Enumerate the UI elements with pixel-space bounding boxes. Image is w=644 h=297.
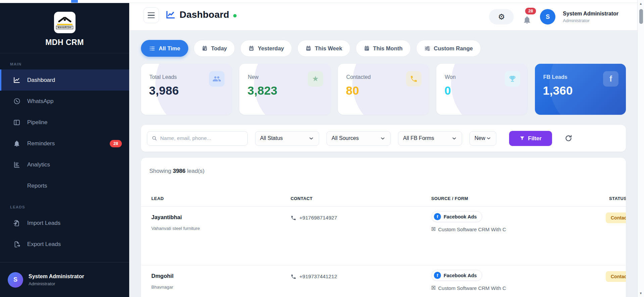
sidebar-item-import-leads[interactable]: Import Leads [0,212,129,234]
table-row[interactable]: Jayantibhai Vahanvati steel furniture +9… [141,207,626,265]
tab-all-time[interactable]: All Time [141,40,188,57]
reminders-count-badge: 28 [110,140,122,147]
scroll-down-arrow-icon[interactable]: ▼ [638,292,644,295]
refresh-button[interactable] [563,133,574,143]
tab-yesterday[interactable]: Yesterday [240,40,292,57]
stat-card-fb-leads[interactable]: FB Leads 1,360 f [535,64,626,115]
quick-status-select[interactable]: New [469,131,496,146]
sidebar-item-dashboard[interactable]: Dashboard [0,69,129,91]
app-logo: MAHARISHI [54,12,76,33]
form-glyph-icon: ☒ [431,285,436,291]
leads-table-card: Showing 3986 lead(s) LEAD CONTACT SOURCE… [141,158,626,297]
columns-icon [13,118,21,127]
form-name: Custom Software CRM With C [438,227,506,232]
bell-icon [13,140,21,148]
stat-card-new[interactable]: New 3,823 ★ [239,64,330,115]
date-filter-tabs: All Time Today Yesterday This Week [141,40,481,57]
column-header-source: SOURCE / FORM [431,196,468,201]
search-input[interactable] [160,135,243,141]
users-icon [209,71,225,87]
calendar-icon [248,45,254,51]
tab-custom-range[interactable]: Custom Range [416,40,481,57]
select-value: All Sources [332,135,359,141]
lead-phone[interactable]: +917698714927 [291,215,337,221]
sidebar-toggle-button[interactable] [143,7,159,23]
form-name: Custom Software CRM With C [438,285,506,291]
lead-form: ☒ Custom Software CRM With C [431,226,506,232]
chart-line-icon [165,10,176,20]
table-row[interactable]: Dmgohil Bhavnagar +919737441212 f Facebo… [141,265,626,297]
source-pill[interactable]: f Facebook Ads [431,211,482,222]
stat-card-total-leads[interactable]: Total Leads 3,986 [141,64,232,115]
facebook-icon: f [434,213,441,220]
sidebar-item-pipeline[interactable]: Pipeline [0,112,129,133]
fb-form-select[interactable]: All FB Forms [398,131,462,146]
sidebar-item-export-leads[interactable]: Export Leads [0,234,129,255]
stat-card-won[interactable]: Won 0 [436,64,527,115]
status-badge[interactable]: Contacted [606,271,626,282]
notification-count-badge: 28 [525,7,537,15]
gear-icon: ⚙ [498,13,505,21]
filter-button[interactable]: Filter [509,131,552,146]
stat-value: 1,360 [543,84,573,97]
scrollbar-thumb[interactable] [639,9,643,24]
settings-button[interactable]: ⚙ [489,9,514,24]
top-header: Dashboard ⚙ 28 S System Administrator Ad… [129,3,637,31]
star-icon: ★ [308,71,323,87]
avatar[interactable]: S [540,9,555,24]
sidebar-item-whatsapp[interactable]: WhatsApp [0,91,129,112]
lead-detail: Bhavnagar [151,285,173,290]
chevron-down-icon [451,136,457,141]
tab-today[interactable]: Today [194,40,235,57]
bell-icon [523,15,532,24]
phone-icon [406,71,422,87]
header-user-block[interactable]: System Administrator Administrator [563,11,618,23]
sidebar-item-label: Dashboard [27,77,55,84]
vertical-scrollbar[interactable]: ▲ ▼ [637,0,644,297]
file-import-icon [13,219,21,227]
online-status-dot [233,14,237,17]
notifications-button[interactable]: 28 [521,9,533,24]
sidebar-item-reports[interactable]: Reports [0,175,129,196]
chevron-down-icon [308,136,314,141]
stat-card-contacted[interactable]: Contacted 80 [338,64,429,115]
sidebar-item-label: WhatsApp [27,98,53,105]
select-value: New [475,135,485,141]
tab-label: Yesterday [258,45,284,52]
select-value: All FB Forms [403,135,434,141]
status-badge[interactable]: Contacted [606,212,626,223]
crm-dashboard-screen: MAHARISHI MDH CRM MAIN Dashboard WhatsAp… [0,0,644,297]
sliders-icon [424,45,431,52]
status-select[interactable]: All Status [255,131,319,146]
main-content: All Time Today Yesterday This Week [129,31,637,297]
select-value: All Status [260,135,283,141]
stat-value: 3,823 [247,84,277,97]
facebook-icon: f [434,272,441,279]
whatsapp-icon [13,97,21,105]
scroll-up-arrow-icon[interactable]: ▲ [638,2,644,5]
sidebar: MAHARISHI MDH CRM MAIN Dashboard WhatsAp… [0,3,129,297]
tab-this-week[interactable]: This Week [297,40,350,57]
phone-number: +919737441212 [299,274,337,280]
stat-label: FB Leads [543,74,567,80]
sidebar-item-reminders[interactable]: Reminders 28 [0,133,129,154]
source-select[interactable]: All Sources [327,131,391,146]
tab-this-month[interactable]: This Month [356,40,411,57]
sidebar-user-card[interactable]: S System Administrator Administrator [0,262,129,297]
sidebar-item-analytics[interactable]: Analytics [0,154,129,175]
source-pill[interactable]: f Facebook Ads [431,270,482,281]
lead-detail: Vahanvati steel furniture [151,226,200,231]
chevron-down-icon [486,136,491,141]
user-role: Administrator [29,281,84,286]
column-header-status: STATUS [609,196,626,201]
search-icon [152,135,157,141]
sidebar-item-label: Export Leads [27,241,61,248]
stat-value: 0 [444,84,451,97]
facebook-icon: f [603,71,618,87]
summary-count: 3986 [173,168,186,174]
stat-label: Total Leads [149,74,177,80]
header-actions: ⚙ 28 S System Administrator Administrato… [489,3,618,31]
lead-phone[interactable]: +919737441212 [291,274,337,280]
chevron-down-icon [380,136,386,141]
lead-form: ☒ Custom Software CRM With C [431,285,506,291]
